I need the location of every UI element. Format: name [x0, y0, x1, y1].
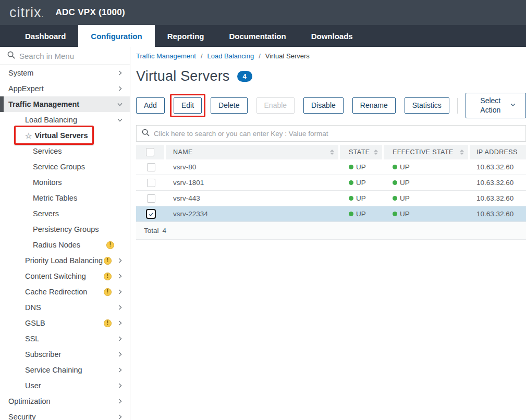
- status-up-dot: [349, 180, 353, 185]
- sidebar-item-content-switching[interactable]: Content Switching !: [0, 268, 130, 284]
- chevron-right-icon: [116, 319, 124, 327]
- status-up-dot: [393, 165, 397, 169]
- sidebar-item-virtual-servers[interactable]: ☆ Virtual Servers: [0, 128, 130, 143]
- state-value: UP: [356, 210, 366, 218]
- search-icon: [142, 129, 150, 139]
- sort-icon[interactable]: [460, 150, 464, 155]
- rename-button[interactable]: Rename: [352, 97, 396, 114]
- tab-reporting[interactable]: Reporting: [155, 25, 217, 47]
- status-up-dot: [393, 196, 397, 201]
- column-header-state[interactable]: STATE: [349, 149, 370, 156]
- enable-button[interactable]: Enable: [256, 97, 295, 114]
- table-row[interactable]: vsrv-1801 UP UP 10.63.32.60: [136, 175, 526, 191]
- sidebar-item-appexpert[interactable]: AppExpert: [0, 81, 130, 96]
- tab-downloads[interactable]: Downloads: [299, 25, 365, 47]
- chevron-right-icon: [116, 257, 124, 264]
- vserver-name: vsrv-22334: [166, 210, 340, 218]
- select-all-checkbox[interactable]: [146, 148, 154, 156]
- row-checkbox[interactable]: [147, 163, 155, 171]
- breadcrumb-link-load-balancing[interactable]: Load Balancing: [207, 52, 254, 60]
- delete-button[interactable]: Delete: [211, 97, 247, 114]
- chevron-right-icon: [116, 304, 124, 311]
- toolbar: Add Edit Delete Enable Disable Rename St…: [136, 93, 526, 118]
- virtual-servers-table: NAME STATE EFFECTIVE STATE IP ADDRESS: [136, 145, 526, 240]
- chevron-right-icon: [116, 273, 124, 280]
- sidebar-item-gslb[interactable]: GSLB !: [0, 315, 130, 331]
- sidebar-item-services[interactable]: Services: [0, 143, 130, 159]
- sidebar-item-dns[interactable]: DNS: [0, 300, 130, 315]
- sidebar-item-service-groups[interactable]: Service Groups: [0, 159, 130, 175]
- sidebar-item-radius-nodes[interactable]: Radius Nodes !: [0, 237, 130, 253]
- sidebar-item-traffic-management[interactable]: Traffic Management: [0, 96, 130, 112]
- status-up-dot: [349, 165, 353, 169]
- select-action-dropdown[interactable]: Select Action: [466, 93, 526, 118]
- sidebar-item-user[interactable]: User: [0, 378, 130, 393]
- breadcrumb-link-traffic-management[interactable]: Traffic Management: [136, 52, 196, 60]
- breadcrumb-current: Virtual Servers: [265, 52, 310, 60]
- warning-icon: !: [104, 319, 112, 327]
- chevron-right-icon: [116, 335, 124, 342]
- row-checkbox-checked[interactable]: [146, 209, 156, 219]
- sidebar-item-service-chaining[interactable]: Service Chaining: [0, 362, 130, 378]
- sort-icon[interactable]: [330, 150, 334, 155]
- state-value: UP: [356, 194, 366, 202]
- ip-address: 10.63.32.60: [470, 179, 526, 187]
- chevron-right-icon: [116, 413, 124, 420]
- effective-state-value: UP: [400, 194, 410, 202]
- warning-icon: !: [104, 288, 112, 296]
- tab-configuration[interactable]: Configuration: [78, 25, 154, 47]
- column-header-name[interactable]: NAME: [173, 149, 193, 156]
- sidebar-item-subscriber[interactable]: Subscriber: [0, 347, 130, 362]
- row-checkbox[interactable]: [147, 179, 155, 187]
- ip-address: 10.63.32.60: [470, 194, 526, 202]
- sidebar-item-system[interactable]: System: [0, 65, 130, 81]
- sidebar-item-security[interactable]: Security: [0, 409, 130, 420]
- breadcrumb: Traffic Management / Load Balancing / Vi…: [136, 52, 526, 60]
- statistics-button[interactable]: Statistics: [405, 97, 449, 114]
- sidebar-menu: System AppExpert Traffic Management Load…: [0, 47, 130, 420]
- search-icon: [7, 51, 15, 61]
- chevron-down-icon: [116, 116, 124, 123]
- page-title: Virtual Servers: [136, 68, 230, 84]
- sidebar-item-optimization[interactable]: Optimization: [0, 393, 130, 409]
- breadcrumb-separator: /: [259, 52, 261, 60]
- warning-icon: !: [104, 273, 112, 280]
- table-total-row: Total 4: [136, 222, 526, 240]
- sidebar-item-metric-tables[interactable]: Metric Tables: [0, 190, 130, 206]
- top-header-bar: citrix. ADC VPX (1000): [0, 0, 526, 25]
- sidebar-item-monitors[interactable]: Monitors: [0, 175, 130, 190]
- table-row[interactable]: vsrv-443 UP UP 10.63.32.60: [136, 191, 526, 206]
- chevron-right-icon: [116, 69, 124, 77]
- menu-search-input[interactable]: [19, 52, 123, 60]
- table-row[interactable]: vsrv-80 UP UP 10.63.32.60: [136, 159, 526, 175]
- tab-documentation[interactable]: Documentation: [217, 25, 299, 47]
- column-header-effective-state[interactable]: EFFECTIVE STATE: [393, 149, 454, 156]
- sidebar-item-priority-load-balancing[interactable]: Priority Load Balancing !: [0, 253, 130, 268]
- sidebar-item-ssl[interactable]: SSL: [0, 331, 130, 347]
- column-header-ip-address[interactable]: IP ADDRESS: [476, 149, 518, 156]
- sidebar-item-persistency-groups[interactable]: Persistency Groups: [0, 221, 130, 237]
- star-icon: ☆: [25, 132, 32, 140]
- add-button[interactable]: Add: [136, 97, 165, 114]
- row-checkbox[interactable]: [147, 194, 155, 203]
- edit-button-wrapper: Edit: [174, 97, 202, 114]
- chevron-right-icon: [116, 288, 124, 295]
- sort-icon[interactable]: [374, 150, 378, 155]
- table-search-input[interactable]: [154, 130, 520, 138]
- sidebar-item-cache-redirection[interactable]: Cache Redirection !: [0, 284, 130, 300]
- menu-search-row[interactable]: [0, 47, 130, 65]
- sidebar-item-servers[interactable]: Servers: [0, 206, 130, 221]
- citrix-adc-app: citrix. ADC VPX (1000) Dashboard Configu…: [0, 0, 526, 420]
- table-search-bar[interactable]: [136, 125, 526, 142]
- table-row-selected[interactable]: vsrv-22334 UP UP 10.63.32.60: [136, 206, 526, 222]
- warning-icon: !: [104, 257, 112, 265]
- state-value: UP: [356, 179, 366, 187]
- effective-state-value: UP: [400, 210, 410, 218]
- citrix-logo: citrix.: [9, 6, 44, 20]
- chevron-right-icon: [116, 382, 124, 389]
- sidebar-item-load-balancing[interactable]: Load Balancing: [0, 112, 130, 128]
- tab-dashboard[interactable]: Dashboard: [0, 25, 78, 47]
- edit-button[interactable]: Edit: [174, 97, 202, 114]
- chevron-down-icon: [510, 101, 516, 110]
- disable-button[interactable]: Disable: [303, 97, 344, 114]
